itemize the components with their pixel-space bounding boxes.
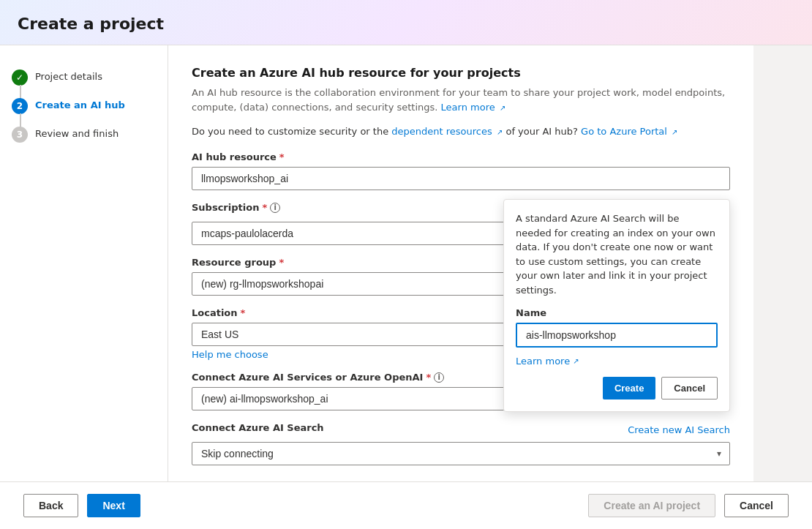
sidebar-item-review-finish[interactable]: 3 Review and finish [12,120,156,149]
main-layout: ✓ Project details 2 Create an AI hub 3 R… [0,45,812,481]
portal-external-icon: ↗ [672,128,677,136]
connect-azure-search-group: Connect Azure AI Search Create new AI Se… [192,422,730,465]
connect-azure-search-dropdown-wrapper: Skip connecting ▾ [192,442,730,465]
connect-search-label-row: Connect Azure AI Search Create new AI Se… [192,422,730,438]
section-description: An AI hub resource is the collaboration … [192,86,730,114]
subscription-label: Subscription * i [192,202,280,213]
tooltip-learn-more-link[interactable]: Learn more ↗ [516,356,579,367]
step-label-create-ai-hub: Create an AI hub [35,97,125,112]
sidebar: ✓ Project details 2 Create an AI hub 3 R… [0,45,168,481]
connect-azure-ai-info-icon[interactable]: i [434,372,444,383]
subscription-required-star: * [262,202,267,213]
ai-hub-resource-label: AI hub resource * [192,151,730,162]
tooltip-body-text: A standard Azure AI Search will be neede… [516,211,718,297]
connect-azure-search-label: Connect Azure AI Search [192,422,324,433]
step-label-review-finish: Review and finish [35,126,119,140]
resource-group-required-star: * [279,257,284,268]
create-ai-project-button: Create an AI project [588,494,715,517]
external-link-icon: ↗ [500,102,505,113]
connect-azure-search-select[interactable]: Skip connecting [192,442,730,465]
ai-hub-resource-input[interactable] [192,167,730,190]
sidebar-item-project-details[interactable]: ✓ Project details [12,63,156,91]
ai-hub-resource-group: AI hub resource * [192,151,730,190]
section-title: Create an Azure AI hub resource for your… [192,66,730,80]
step-icon-active: 2 [12,98,28,114]
location-required-star: * [241,307,246,318]
dependent-resources-link[interactable]: dependent resources ↗ [391,126,505,137]
right-sidebar [753,45,812,481]
tooltip-actions: Create Cancel [516,377,718,399]
create-new-ai-search-link[interactable]: Create new AI Search [628,424,730,435]
step-icon-inactive: 3 [12,127,28,143]
main-content: Create an Azure AI hub resource for your… [168,45,753,481]
learn-more-link[interactable]: Learn more ↗ [441,102,506,113]
tooltip-cancel-button[interactable]: Cancel [661,377,718,399]
next-button[interactable]: Next [87,494,140,517]
tooltip-name-input[interactable] [516,323,718,348]
sidebar-item-create-ai-hub[interactable]: 2 Create an AI hub [12,91,156,120]
go-to-azure-portal-link[interactable]: Go to Azure Portal ↗ [581,126,677,137]
step-icon-completed: ✓ [12,70,28,86]
bottom-bar: Back Next Create an AI project Cancel [0,481,812,529]
connect-azure-ai-required-star: * [426,372,431,383]
cancel-button[interactable]: Cancel [724,494,789,517]
page-title: Create a project [18,15,794,33]
required-star: * [279,151,285,162]
step-label-project-details: Project details [35,69,102,83]
dependent-external-icon: ↗ [497,128,503,136]
customize-row: Do you need to customize security or the… [192,126,730,137]
tooltip-external-icon: ↗ [573,357,579,365]
help-me-choose-link[interactable]: Help me choose [192,349,268,360]
back-button[interactable]: Back [23,494,78,517]
tooltip-popup: A standard Azure AI Search will be neede… [503,199,730,412]
subscription-info-icon[interactable]: i [270,203,280,213]
tooltip-name-label: Name [516,307,718,318]
page-header: Create a project [0,0,812,45]
tooltip-create-button[interactable]: Create [603,377,655,399]
